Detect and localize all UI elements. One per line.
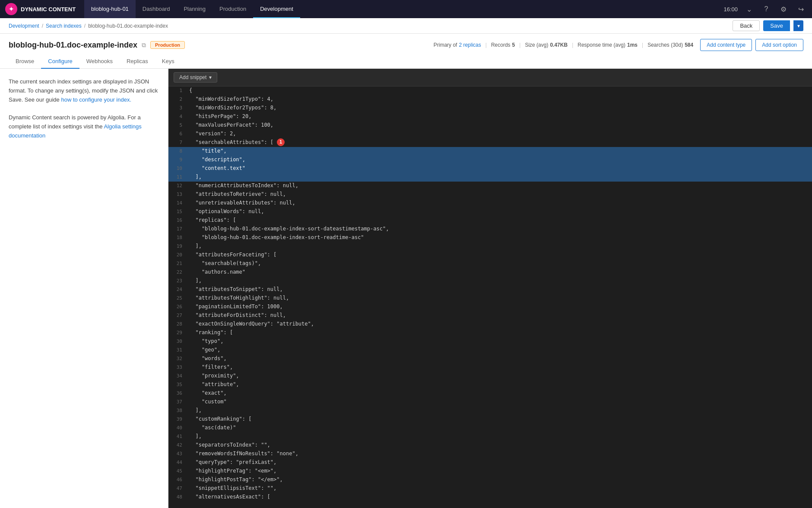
line-number-2: 2 (168, 95, 189, 103)
logo-icon: ✦ (5, 3, 17, 15)
line-number-5: 5 (168, 121, 189, 129)
nav-help-icon[interactable]: ? (760, 3, 772, 15)
code-line-34[interactable]: 34 "proximity", (168, 372, 812, 380)
line-number-8: 8 (168, 147, 189, 155)
nav-tab-development[interactable]: Development (253, 0, 300, 18)
tab-replicas[interactable]: Replicas (120, 54, 155, 69)
code-line-46[interactable]: 46 "highlightPostTag": "</em>", (168, 476, 812, 484)
nav-tab-production[interactable]: Production (213, 0, 253, 18)
env-badge: Production (150, 41, 185, 49)
code-line-36[interactable]: 36 "exact", (168, 389, 812, 398)
line-number-15: 15 (168, 208, 189, 216)
meta-sep-1: | (485, 42, 487, 48)
breadcrumb-search-indexes[interactable]: Search indexes (46, 23, 82, 29)
code-line-19[interactable]: 19 ], (168, 242, 812, 251)
nav-current-app[interactable]: bloblog-hub-01 (84, 0, 136, 18)
add-content-type-button[interactable]: Add content type (700, 39, 752, 51)
code-line-1[interactable]: 1{ (168, 86, 812, 95)
code-line-23[interactable]: 23 ], (168, 277, 812, 285)
tab-browse[interactable]: Browse (9, 54, 41, 69)
line-content-4: "hitsPerPage": 20, (189, 112, 812, 121)
add-snippet-button[interactable]: Add snippet ▾ (174, 72, 217, 83)
app-logo[interactable]: ✦ DYNAMIC CONTENT (5, 3, 76, 15)
add-sort-option-button[interactable]: Add sort option (755, 39, 803, 51)
code-line-35[interactable]: 35 "attribute", (168, 380, 812, 389)
line-content-38: ], (189, 406, 812, 415)
breadcrumb-development[interactable]: Development (9, 23, 39, 29)
code-line-5[interactable]: 5 "maxValuesPerFacet": 100, (168, 121, 812, 130)
code-line-2[interactable]: 2 "minWordSizefor1Typo": 4, (168, 95, 812, 104)
code-line-13[interactable]: 13 "attributesToRetrieve": null, (168, 190, 812, 199)
code-line-31[interactable]: 31 "geo", (168, 346, 812, 355)
code-line-9[interactable]: 9 "description", (168, 156, 812, 164)
code-line-43[interactable]: 43 "removeWordsIfNoResults": "none", (168, 450, 812, 458)
save-button[interactable]: Save (763, 20, 790, 31)
page-title-left: bloblog-hub-01.doc-example-index ⧉ Produ… (9, 41, 185, 50)
code-line-8[interactable]: 8 "title", (168, 147, 812, 156)
line-number-40: 40 (168, 424, 189, 432)
line-content-20: "attributesForFaceting": [ (189, 251, 812, 259)
line-number-16: 16 (168, 216, 189, 224)
nav-chevron-icon[interactable]: ⌄ (743, 3, 755, 15)
code-line-29[interactable]: 29 "ranking": [ (168, 329, 812, 337)
code-line-37[interactable]: 37 "custom" (168, 398, 812, 406)
code-line-11[interactable]: 11 ], (168, 173, 812, 182)
nav-logout-icon[interactable]: ↪ (795, 3, 807, 15)
code-line-42[interactable]: 42 "separatorsToIndex": "", (168, 441, 812, 450)
tab-keys[interactable]: Keys (155, 54, 181, 69)
breadcrumb-current: bloblog-hub-01.doc-example-index (88, 23, 168, 29)
code-editor[interactable]: 1{2 "minWordSizefor1Typo": 4,3 "minWordS… (168, 86, 812, 508)
nav-settings-icon[interactable]: ⚙ (777, 3, 790, 15)
code-line-16[interactable]: 16 "replicas": [ (168, 216, 812, 225)
line-number-9: 9 (168, 156, 189, 164)
line-number-13: 13 (168, 190, 189, 198)
code-line-26[interactable]: 26 "paginationLimitedTo": 1000, (168, 303, 812, 311)
tab-webhooks[interactable]: Webhooks (79, 54, 120, 69)
code-line-4[interactable]: 4 "hitsPerPage": 20, (168, 112, 812, 121)
code-line-39[interactable]: 39 "customRanking": [ (168, 415, 812, 424)
code-line-15[interactable]: 15 "optionalWords": null, (168, 208, 812, 216)
code-line-17[interactable]: 17 "bloblog-hub-01.doc-example-index-sor… (168, 225, 812, 233)
line-content-48: "alternativesAsExact": [ (189, 493, 812, 501)
code-line-22[interactable]: 22 "authors.name" (168, 268, 812, 277)
nav-tab-dashboard[interactable]: Dashboard (136, 0, 177, 18)
code-line-7[interactable]: 7 "searchableAttributes": [1 (168, 138, 812, 147)
code-line-20[interactable]: 20 "attributesForFaceting": [ (168, 251, 812, 259)
code-line-45[interactable]: 45 "highlightPreTag": "<em>", (168, 467, 812, 476)
code-line-14[interactable]: 14 "unretrievableAttributes": null, (168, 199, 812, 208)
code-line-10[interactable]: 10 "content.text" (168, 164, 812, 173)
tab-configure[interactable]: Configure (41, 54, 79, 69)
configure-index-link[interactable]: how to configure your index. (61, 96, 131, 103)
code-line-32[interactable]: 32 "words", (168, 355, 812, 363)
line-number-29: 29 (168, 329, 189, 337)
code-line-33[interactable]: 33 "filters", (168, 363, 812, 372)
code-line-3[interactable]: 3 "minWordSizefor2Typos": 8, (168, 104, 812, 112)
code-line-24[interactable]: 24 "attributesToSnippet": null, (168, 285, 812, 294)
save-caret-button[interactable]: ▾ (793, 20, 803, 31)
line-number-25: 25 (168, 294, 189, 302)
line-number-41: 41 (168, 432, 189, 441)
code-line-21[interactable]: 21 "searchable(tags)", (168, 259, 812, 268)
breadcrumb-bar: Development / Search indexes / bloblog-h… (0, 18, 812, 34)
line-content-26: "paginationLimitedTo": 1000, (189, 303, 812, 311)
code-line-12[interactable]: 12 "numericAttributesToIndex": null, (168, 182, 812, 190)
code-line-25[interactable]: 25 "attributesToHighlight": null, (168, 294, 812, 303)
code-line-48[interactable]: 48 "alternativesAsExact": [ (168, 493, 812, 502)
main-layout: The current search index settings are di… (0, 69, 812, 508)
code-line-18[interactable]: 18 "bloblog-hub-01.doc-example-index-sor… (168, 233, 812, 242)
code-line-27[interactable]: 27 "attributeForDistinct": null, (168, 311, 812, 320)
back-button[interactable]: Back (733, 20, 760, 31)
line-number-17: 17 (168, 225, 189, 233)
code-line-6[interactable]: 6 "version": 2, (168, 130, 812, 138)
code-line-28[interactable]: 28 "exactOnSingleWordQuery": "attribute"… (168, 320, 812, 329)
replicas-link[interactable]: 2 replicas (459, 42, 481, 48)
code-line-38[interactable]: 38 ], (168, 406, 812, 415)
copy-icon[interactable]: ⧉ (142, 42, 146, 49)
nav-tab-planning[interactable]: Planning (177, 0, 213, 18)
code-line-40[interactable]: 40 "asc(date)" (168, 424, 812, 432)
code-line-30[interactable]: 30 "typo", (168, 337, 812, 346)
code-line-47[interactable]: 47 "snippetEllipsisText": "", (168, 484, 812, 493)
code-line-41[interactable]: 41 ], (168, 432, 812, 441)
code-line-44[interactable]: 44 "queryType": "prefixLast", (168, 458, 812, 467)
line-content-42: "separatorsToIndex": "", (189, 441, 812, 449)
